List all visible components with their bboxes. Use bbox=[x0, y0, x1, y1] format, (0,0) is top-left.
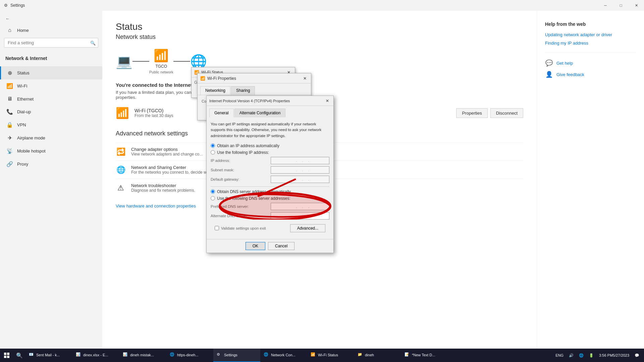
wifi-icon: 📶 bbox=[6, 83, 13, 89]
wifi-label: Wi-Fi bbox=[17, 83, 27, 88]
help-link-ip[interactable]: Finding my IP address bbox=[545, 41, 636, 46]
browser-label: https-dineh... bbox=[177, 353, 199, 357]
sidebar: ← ⌂ Home 🔍 Network & Internet ⊕ Status 📶… bbox=[0, 11, 102, 349]
taskbar-wifi-status[interactable]: 📶 Wi-Fi Status bbox=[307, 349, 354, 362]
main-content: Status Network status 💻 📶 TGCO Public ne… bbox=[102, 11, 537, 349]
troubleshoot-desc: Diagnose and fix network problems. bbox=[131, 188, 195, 193]
help-title: Help from the web bbox=[545, 21, 636, 27]
taskbar-volume[interactable]: 🔊 bbox=[567, 349, 576, 362]
sidebar-item-airplane[interactable]: ✈ Airplane mode bbox=[0, 131, 102, 144]
adapter-desc: View network adapters and change co... bbox=[131, 152, 203, 157]
wifi-router-icon: 📶 bbox=[154, 49, 169, 63]
time-display: 3:56 PM bbox=[599, 353, 613, 358]
minimize-button[interactable]: ─ bbox=[598, 0, 613, 11]
close-button[interactable]: ✕ bbox=[629, 0, 644, 11]
disconnect-button[interactable]: Disconnect bbox=[490, 108, 523, 118]
ethernet-icon: 🖥 bbox=[6, 96, 13, 102]
excel2-label: dineh mistak... bbox=[130, 353, 154, 357]
back-button[interactable]: ← bbox=[0, 13, 102, 24]
get-help-label: Get help bbox=[556, 61, 573, 66]
sidebar-item-wifi[interactable]: 📶 Wi-Fi bbox=[0, 79, 102, 93]
troubleshoot-icon: ⚠ bbox=[116, 184, 126, 192]
dineh-label: dineh bbox=[365, 353, 374, 357]
browser-icon: 🌐 bbox=[170, 352, 175, 358]
connected-status: You're connected to the Internet bbox=[116, 82, 523, 88]
wifi-duration: From the last 30 days bbox=[135, 113, 451, 118]
app-icon: ⚙ bbox=[4, 3, 8, 8]
give-feedback-action[interactable]: 👤 Give feedback bbox=[545, 71, 636, 78]
laptop-icon: 💻 bbox=[116, 54, 132, 69]
taskbar-notepad[interactable]: 📝 *New Text D... bbox=[401, 349, 448, 362]
network-type: Public network bbox=[149, 70, 173, 74]
ethernet-label: Ethernet bbox=[17, 97, 34, 102]
get-help-action[interactable]: 💬 Get help bbox=[545, 59, 636, 67]
taskbar-dineh[interactable]: 📁 dineh bbox=[354, 349, 401, 362]
excel2-icon: 📊 bbox=[123, 352, 128, 358]
wifi-status-tb-label: Wi-Fi Status bbox=[318, 353, 338, 357]
notepad-label: *New Text D... bbox=[412, 353, 435, 357]
sent-mail-icon: 📧 bbox=[29, 352, 34, 358]
troubleshoot-title: Network troubleshooter bbox=[131, 183, 195, 188]
view-hardware-link[interactable]: View hardware and connection properties bbox=[116, 203, 196, 208]
give-feedback-label: Give feedback bbox=[556, 72, 584, 77]
taskbar-search-button[interactable]: 🔍 bbox=[13, 349, 25, 361]
start-button[interactable] bbox=[0, 349, 13, 362]
dialup-icon: 📞 bbox=[6, 109, 13, 115]
advanced-section-heading: Advanced network settings bbox=[116, 130, 523, 137]
network-diagram: 💻 📶 TGCO Public network 🌐 bbox=[116, 49, 523, 74]
sidebar-item-ethernet[interactable]: 🖥 Ethernet bbox=[0, 93, 102, 105]
titlebar-left: ⚙ Settings bbox=[4, 3, 25, 8]
taskbar-browser[interactable]: 🌐 https-dineh... bbox=[166, 349, 213, 362]
right-panel: Help from the web Updating network adapt… bbox=[537, 11, 644, 349]
app-title: Settings bbox=[10, 3, 25, 8]
sharing-center-item[interactable]: 🌐 Network and Sharing Center For the net… bbox=[116, 161, 523, 179]
sidebar-item-proxy[interactable]: 🔗 Proxy bbox=[0, 158, 102, 171]
taskbar-excel2[interactable]: 📊 dineh mistak... bbox=[119, 349, 166, 362]
taskbar-lang[interactable]: ENG bbox=[553, 349, 566, 362]
status-label: Status bbox=[17, 70, 30, 75]
airplane-label: Airplane mode bbox=[17, 135, 45, 140]
troubleshooter-item[interactable]: ⚠ Network troubleshooter Diagnose and fi… bbox=[116, 179, 523, 197]
dialup-label: Dial-up bbox=[17, 109, 31, 114]
wifi-status-icon: 📶 bbox=[116, 107, 129, 119]
titlebar-controls: ─ □ ✕ bbox=[598, 0, 644, 11]
titlebar: ⚙ Settings ─ □ ✕ bbox=[0, 0, 644, 11]
taskbar-network-con[interactable]: 🌐 Network Con... bbox=[260, 349, 307, 362]
sidebar-item-home[interactable]: ⌂ Home bbox=[0, 24, 102, 37]
taskbar-sent-mail[interactable]: 📧 Sent Mail - k... bbox=[25, 349, 72, 362]
home-icon: ⌂ bbox=[6, 27, 13, 33]
taskbar-battery[interactable]: 🔋 bbox=[587, 349, 596, 362]
taskbar-excel1[interactable]: 📊 dinex.xlsx - E... bbox=[72, 349, 119, 362]
status-icon: ⊕ bbox=[6, 70, 13, 76]
airplane-icon: ✈ bbox=[6, 135, 13, 141]
vpn-icon: 🔒 bbox=[6, 122, 13, 128]
maximize-button[interactable]: □ bbox=[613, 0, 629, 11]
notification-button[interactable]: 💬 bbox=[633, 349, 641, 362]
taskbar-settings[interactable]: ⚙ Settings bbox=[213, 349, 260, 362]
change-adapter-item[interactable]: 🔁 Change adapter options View network ad… bbox=[116, 142, 523, 161]
sidebar-item-hotspot[interactable]: 📡 Mobile hotspot bbox=[0, 144, 102, 158]
help-divider bbox=[545, 52, 636, 53]
sidebar-search-container: 🔍 bbox=[4, 38, 98, 48]
taskbar-datetime[interactable]: 3:56 PM 5/27/2023 bbox=[597, 349, 631, 362]
taskbar-network-icon[interactable]: 🌐 bbox=[577, 349, 586, 362]
settings-icon: ⚙ bbox=[217, 352, 222, 358]
sidebar-item-status[interactable]: ⊕ Status bbox=[0, 66, 102, 79]
properties-button[interactable]: Properties bbox=[456, 108, 487, 118]
home-label: Home bbox=[17, 28, 29, 33]
date-display: 5/27/2023 bbox=[613, 353, 629, 358]
sidebar-item-vpn[interactable]: 🔒 VPN bbox=[0, 118, 102, 131]
sidebar-item-dialup[interactable]: 📞 Dial-up bbox=[0, 105, 102, 118]
give-feedback-icon: 👤 bbox=[545, 71, 553, 78]
back-icon: ← bbox=[5, 16, 10, 21]
sharing-desc: For the networks you connect to, decide … bbox=[131, 170, 218, 175]
wifi-device: 📶 TGCO Public network bbox=[149, 49, 173, 74]
get-help-icon: 💬 bbox=[545, 59, 553, 67]
search-input[interactable] bbox=[4, 38, 98, 48]
page-subtitle: Network status bbox=[116, 34, 523, 41]
help-link-adapter[interactable]: Updating network adapter or driver bbox=[545, 32, 636, 37]
adapter-title: Change adapter options bbox=[131, 147, 203, 152]
adapter-icon: 🔁 bbox=[116, 147, 126, 156]
dineh-icon: 📁 bbox=[358, 352, 363, 358]
sent-mail-label: Sent Mail - k... bbox=[36, 353, 60, 357]
